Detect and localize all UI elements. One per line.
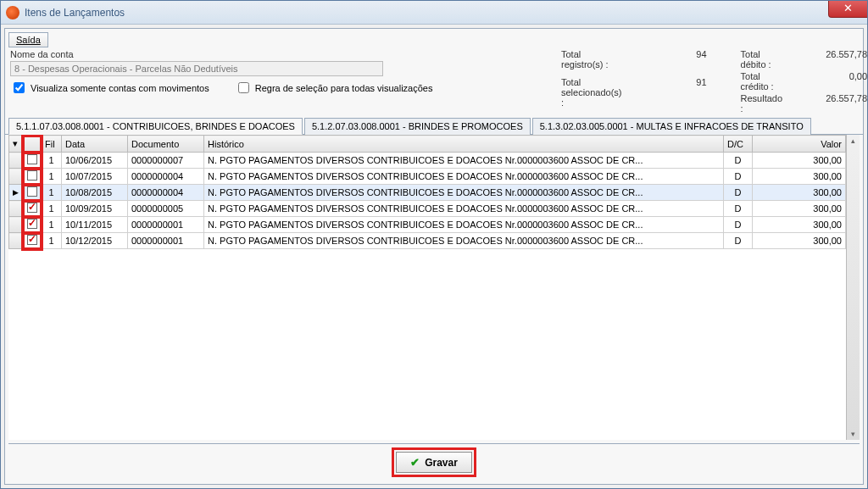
cell-dc: D <box>724 169 753 185</box>
cell-historico: N. PGTO PAGAMENTOS DIVERSOS CONTRIBUICOE… <box>204 201 724 217</box>
total-selecionados-label: Total selecionado(s) : <box>561 77 622 114</box>
col-valor[interactable]: Valor <box>753 136 846 153</box>
cell-fil: 1 <box>42 169 62 185</box>
tab-bar: 5.1.1.07.03.008.0001 - CONTRIBUICOES, BR… <box>5 117 863 135</box>
chk-movimentos[interactable]: Visualiza somente contas com movimentos <box>10 80 209 96</box>
table-row[interactable]: 110/06/20150000000007N. PGTO PAGAMENTOS … <box>9 153 846 169</box>
toolbar-row: Saída <box>5 29 863 47</box>
cell-documento: 0000000005 <box>128 201 204 217</box>
cell-dc: D <box>724 233 753 249</box>
cell-valor: 300,00 <box>753 153 846 169</box>
tab-brindes[interactable]: 5.1.2.07.03.008.0001 - BRINDES E PROMOCO… <box>304 118 531 135</box>
col-indicator[interactable]: ▾ <box>9 136 23 153</box>
row-checkbox[interactable] <box>27 186 37 197</box>
row-checkbox[interactable] <box>27 170 37 181</box>
check-icon: ✔ <box>410 456 420 469</box>
total-registros-value: 94 <box>656 49 707 75</box>
chk-regra[interactable]: Regra de seleção para todas visualizaçõe… <box>235 80 433 96</box>
chk-regra-box[interactable] <box>238 82 249 93</box>
cell-dc: D <box>724 217 753 233</box>
account-label: Nome da conta <box>10 49 553 59</box>
cell-documento: 0000000007 <box>128 153 204 169</box>
cell-data: 10/11/2015 <box>62 217 128 233</box>
gravar-highlight: ✔ Gravar <box>392 447 476 477</box>
cell-documento: 0000000001 <box>128 217 204 233</box>
app-window: Itens de Lançamentos ✕ Saída Nome da con… <box>0 0 868 489</box>
window-title: Itens de Lançamentos <box>25 7 125 19</box>
row-checkbox-cell[interactable] <box>23 153 42 169</box>
tab-multas[interactable]: 5.1.3.02.03.005.0001 - MULTAS E INFRACOE… <box>532 118 811 135</box>
cell-fil: 1 <box>42 201 62 217</box>
saida-button[interactable]: Saída <box>8 32 48 47</box>
cell-valor: 300,00 <box>753 169 846 185</box>
table-row[interactable]: ▶110/08/20150000000004N. PGTO PAGAMENTOS… <box>9 185 846 201</box>
cell-fil: 1 <box>42 153 62 169</box>
gravar-button[interactable]: ✔ Gravar <box>396 452 472 473</box>
cell-data: 10/07/2015 <box>62 169 128 185</box>
cell-valor: 300,00 <box>753 217 846 233</box>
cell-documento: 0000000004 <box>128 185 204 201</box>
close-button[interactable]: ✕ <box>828 1 867 18</box>
chk-movimentos-box[interactable] <box>14 82 25 93</box>
grid-container: ▾ Fil Data Documento Histórico D/C Valor… <box>8 135 860 440</box>
row-checkbox-cell[interactable] <box>23 233 42 249</box>
total-registros-label: Total registro(s) : <box>561 49 622 75</box>
table-row[interactable]: 110/12/20150000000001N. PGTO PAGAMENTOS … <box>9 233 846 249</box>
cell-dc: D <box>724 201 753 217</box>
totals-section: Total registro(s) : 94 Total selecionado… <box>561 49 867 114</box>
total-credito-value: 0,00 <box>816 71 867 92</box>
cell-data: 10/09/2015 <box>62 201 128 217</box>
cell-documento: 0000000004 <box>128 169 204 185</box>
scroll-down-icon[interactable]: ▾ <box>851 430 855 438</box>
col-fil[interactable]: Fil <box>42 136 62 153</box>
row-checkbox[interactable] <box>27 154 37 164</box>
cell-valor: 300,00 <box>753 201 846 217</box>
chk-movimentos-label: Visualiza somente contas com movimentos <box>31 83 209 93</box>
table-row[interactable]: 110/09/20150000000005N. PGTO PAGAMENTOS … <box>9 201 846 217</box>
tab-contribuicoes[interactable]: 5.1.1.07.03.008.0001 - CONTRIBUICOES, BR… <box>8 118 303 135</box>
account-section: Nome da conta Visualiza somente contas c… <box>10 49 553 96</box>
col-data[interactable]: Data <box>62 136 128 153</box>
account-input[interactable] <box>10 61 383 76</box>
row-indicator <box>9 201 23 217</box>
content-panel: Saída Nome da conta Visualiza somente co… <box>4 28 864 485</box>
col-checkbox[interactable] <box>23 136 42 153</box>
row-checkbox-cell[interactable] <box>23 201 42 217</box>
row-checkbox-cell[interactable] <box>23 217 42 233</box>
info-area: Nome da conta Visualiza somente contas c… <box>5 47 863 117</box>
data-grid[interactable]: ▾ Fil Data Documento Histórico D/C Valor… <box>8 135 846 440</box>
total-selecionados-value: 91 <box>656 77 707 114</box>
footer-bar: ✔ Gravar <box>8 443 860 481</box>
cell-data: 10/08/2015 <box>62 185 128 201</box>
title-bar: Itens de Lançamentos ✕ <box>1 1 867 25</box>
row-checkbox[interactable] <box>27 235 37 245</box>
cell-data: 10/12/2015 <box>62 233 128 249</box>
cell-historico: N. PGTO PAGAMENTOS DIVERSOS CONTRIBUICOE… <box>204 185 724 201</box>
col-historico[interactable]: Histórico <box>204 136 724 153</box>
scroll-up-icon[interactable]: ▴ <box>851 136 855 145</box>
table-row[interactable]: 110/07/20150000000004N. PGTO PAGAMENTOS … <box>9 169 846 185</box>
cell-valor: 300,00 <box>753 233 846 249</box>
cell-fil: 1 <box>42 233 62 249</box>
row-indicator <box>9 169 23 185</box>
row-checkbox[interactable] <box>27 203 37 213</box>
saida-label: Saída <box>16 35 41 45</box>
header-row: ▾ Fil Data Documento Histórico D/C Valor <box>9 136 846 153</box>
gravar-label: Gravar <box>425 457 458 469</box>
cell-dc: D <box>724 185 753 201</box>
table-row[interactable]: 110/11/20150000000001N. PGTO PAGAMENTOS … <box>9 217 846 233</box>
cell-fil: 1 <box>42 217 62 233</box>
col-documento[interactable]: Documento <box>128 136 204 153</box>
col-dc[interactable]: D/C <box>724 136 753 153</box>
vertical-scrollbar[interactable]: ▴ ▾ <box>846 135 860 440</box>
row-checkbox[interactable] <box>27 219 37 229</box>
cell-dc: D <box>724 153 753 169</box>
cell-historico: N. PGTO PAGAMENTOS DIVERSOS CONTRIBUICOE… <box>204 217 724 233</box>
row-indicator <box>9 217 23 233</box>
total-debito-value: 26.557,78 <box>816 49 867 69</box>
row-checkbox-cell[interactable] <box>23 169 42 185</box>
cell-documento: 0000000001 <box>128 233 204 249</box>
cell-fil: 1 <box>42 185 62 201</box>
chk-regra-label: Regra de seleção para todas visualizaçõe… <box>255 83 433 93</box>
row-checkbox-cell[interactable] <box>23 185 42 201</box>
